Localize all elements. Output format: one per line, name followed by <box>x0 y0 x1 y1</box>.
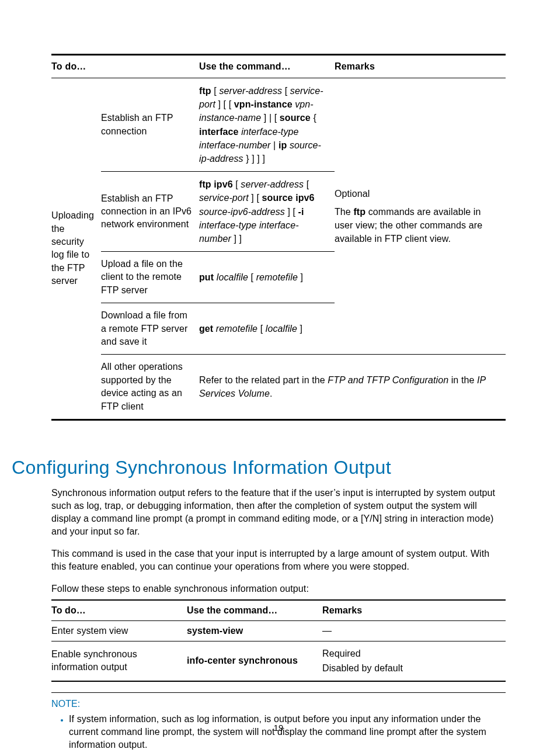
sync-output-table: To do… Use the command… Remarks Enter sy… <box>51 599 506 682</box>
row-remarks: — <box>322 620 506 641</box>
th-todo: To do… <box>51 55 199 78</box>
section-heading: Configuring Synchronous Information Outp… <box>12 457 506 478</box>
row-command: get remotefile [ localfile ] <box>199 303 335 355</box>
row-todo: Enable synchronous information output <box>51 641 187 681</box>
row-command: Refer to the related part in the FTP and… <box>199 355 506 420</box>
row-action: Upload a file on the client to the remot… <box>101 252 199 303</box>
body-paragraph: Follow these steps to enable synchronous… <box>51 582 506 595</box>
row-group-label: Uploading the security log file to the F… <box>51 78 101 420</box>
row-command: ftp [ server-address [ service-port ] [ … <box>199 78 335 172</box>
row-action: Download a file from a remote FTP server… <box>101 303 199 355</box>
th-cmd: Use the command… <box>187 600 322 621</box>
th-remarks: Remarks <box>322 600 506 621</box>
body-paragraph: Synchronous information output refers to… <box>51 487 506 538</box>
note-rule-top <box>51 692 506 693</box>
row-command: info-center synchronous <box>187 641 322 681</box>
row-action: Establish an FTP connection <box>101 78 199 172</box>
body-paragraph: This command is used in the case that yo… <box>51 547 506 573</box>
row-action: Establish an FTP connection in an IPv6 n… <box>101 172 199 252</box>
ftp-commands-table: To do… Use the command… Remarks Uploadin… <box>51 54 506 421</box>
page-number: 19 <box>0 723 557 733</box>
row-todo: Enter system view <box>51 620 187 641</box>
note-label: NOTE: <box>51 699 506 709</box>
row-remarks: RequiredDisabled by default <box>322 641 506 681</box>
row-remarks: OptionalThe ftp commands are available i… <box>335 78 506 355</box>
th-todo: To do… <box>51 600 187 621</box>
row-command: system-view <box>187 620 322 641</box>
row-action: All other operations supported by the de… <box>101 355 199 420</box>
th-cmd: Use the command… <box>199 55 335 78</box>
row-command: ftp ipv6 [ server-address [ service-port… <box>199 172 335 252</box>
th-remarks: Remarks <box>335 55 506 78</box>
row-command: put localfile [ remotefile ] <box>199 252 335 303</box>
